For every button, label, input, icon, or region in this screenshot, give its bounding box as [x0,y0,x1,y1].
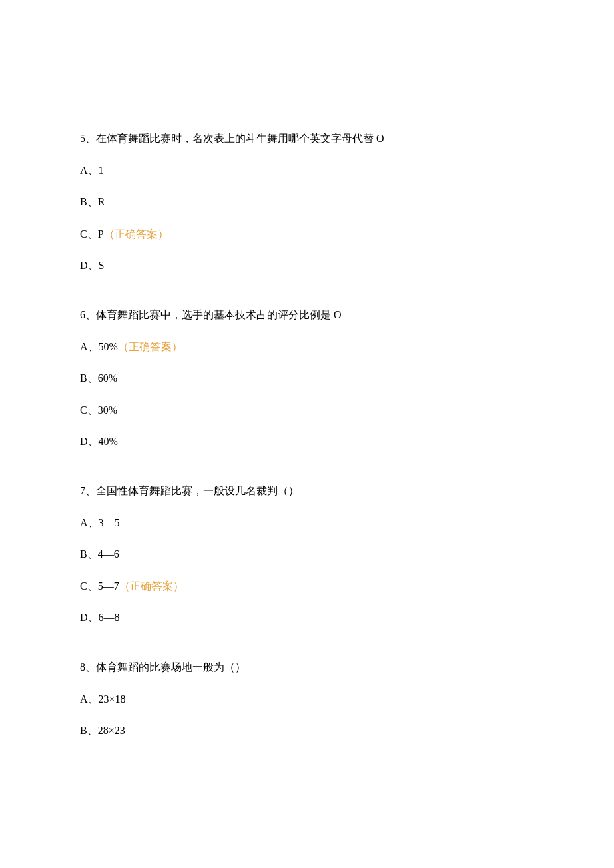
correct-answer-label: （正确答案） [119,580,184,592]
option: C、30% [80,402,534,419]
question-text: 7、全国性体育舞蹈比赛，一般设几名裁判（） [80,482,534,500]
document-content: 5、在体育舞蹈比赛时，名次表上的斗牛舞用哪个英文字母代替 OA、1B、RC、P（… [80,130,534,739]
question-text: 8、体育舞蹈的比赛场地一般为（） [80,659,534,676]
option-label: C、5—7 [80,580,119,592]
option-label: B、4—6 [80,548,119,560]
option: A、1 [80,162,534,179]
question-block: 5、在体育舞蹈比赛时，名次表上的斗牛舞用哪个英文字母代替 OA、1B、RC、P（… [80,130,534,274]
option-label: B、28×23 [80,725,125,736]
option-label: C、P [80,228,104,240]
option: D、6—8 [80,609,534,626]
option: A、23×18 [80,691,534,708]
option: C、P（正确答案） [80,226,534,243]
option-label: A、23×18 [80,693,126,705]
option: B、60% [80,370,534,387]
question-text: 5、在体育舞蹈比赛时，名次表上的斗牛舞用哪个英文字母代替 O [80,130,534,147]
option: D、40% [80,433,534,450]
option-label: D、40% [80,436,118,447]
option: C、5—7（正确答案） [80,578,534,595]
option-label: A、1 [80,165,104,176]
option-label: A、3—5 [80,517,120,528]
correct-answer-label: （正确答案） [118,341,182,352]
option-label: B、60% [80,372,117,384]
option-label: A、50% [80,341,118,352]
option: B、R [80,193,534,211]
question-block: 8、体育舞蹈的比赛场地一般为（）A、23×18B、28×23 [80,659,534,739]
correct-answer-label: （正确答案） [104,228,168,240]
option-label: D、6—8 [80,612,120,623]
option: B、4—6 [80,546,534,563]
option: D、S [80,257,534,274]
option: B、28×23 [80,722,534,739]
option: A、3—5 [80,514,534,532]
option-label: C、30% [80,404,117,416]
question-block: 6、体育舞蹈比赛中，选手的基本技术占的评分比例是 OA、50%（正确答案）B、6… [80,306,534,450]
option-label: D、S [80,260,104,271]
option: A、50%（正确答案） [80,338,534,356]
question-block: 7、全国性体育舞蹈比赛，一般设几名裁判（）A、3—5B、4—6C、5—7（正确答… [80,482,534,626]
option-label: B、R [80,196,105,207]
question-text: 6、体育舞蹈比赛中，选手的基本技术占的评分比例是 O [80,306,534,324]
